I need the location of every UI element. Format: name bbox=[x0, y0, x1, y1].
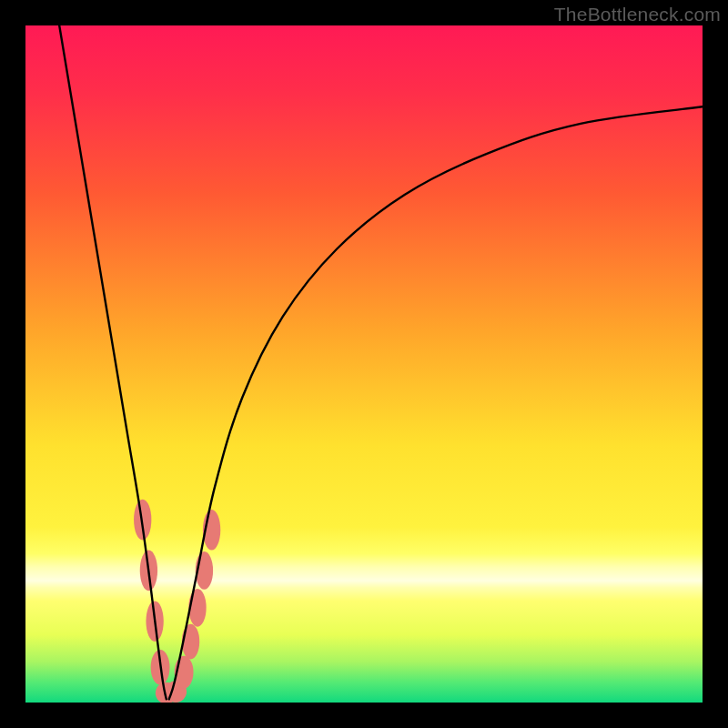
chart-svg bbox=[25, 25, 703, 703]
gradient-background bbox=[25, 25, 703, 703]
plot-area bbox=[25, 25, 703, 703]
data-blob bbox=[182, 624, 199, 660]
chart-frame: TheBottleneck.com bbox=[0, 0, 728, 728]
data-blob bbox=[188, 589, 206, 627]
watermark-text: TheBottleneck.com bbox=[554, 4, 721, 25]
